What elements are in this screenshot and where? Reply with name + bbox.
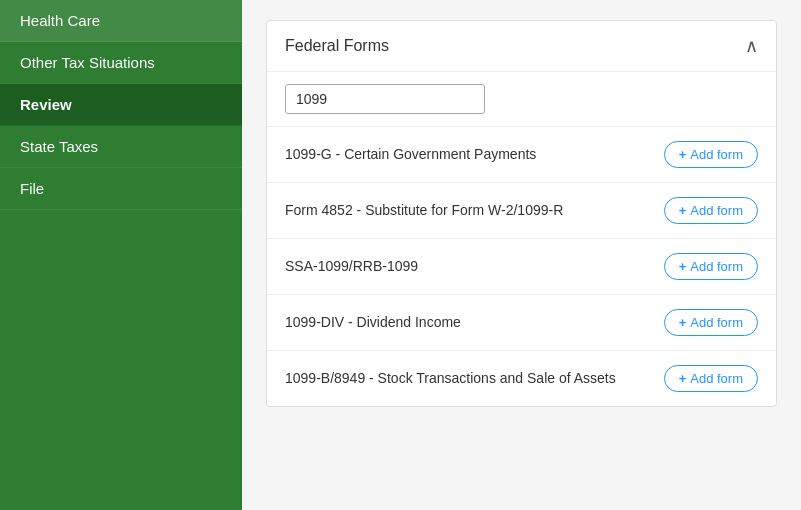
sidebar-item-other-tax-situations[interactable]: Other Tax Situations [0,42,242,84]
sidebar-item-state-taxes[interactable]: State Taxes [0,126,242,168]
form-item-1099-div: 1099-DIV - Dividend Income +Add form [267,295,776,351]
add-form-label: Add form [690,259,743,274]
form-item-1099-b: 1099-B/8949 - Stock Transactions and Sal… [267,351,776,406]
add-form-button-1099-b[interactable]: +Add form [664,365,758,392]
sidebar-item-review[interactable]: Review [0,84,242,126]
add-form-button-4852[interactable]: +Add form [664,197,758,224]
form-list: 1099-G - Certain Government Payments +Ad… [267,127,776,406]
search-container [267,72,776,127]
federal-forms-card: Federal Forms ∧ 1099-G - Certain Governm… [266,20,777,407]
sidebar: Health Care Other Tax Situations Review … [0,0,242,510]
sidebar-item-health-care[interactable]: Health Care [0,0,242,42]
plus-icon: + [679,147,687,162]
form-item-4852: Form 4852 - Substitute for Form W-2/1099… [267,183,776,239]
add-form-label: Add form [690,315,743,330]
add-form-label: Add form [690,147,743,162]
sidebar-item-label: Other Tax Situations [20,54,155,71]
sidebar-item-label: Health Care [20,12,100,29]
form-label: 1099-DIV - Dividend Income [285,313,461,333]
plus-icon: + [679,315,687,330]
add-form-label: Add form [690,203,743,218]
add-form-button-ssa-1099[interactable]: +Add form [664,253,758,280]
sidebar-item-file[interactable]: File [0,168,242,210]
form-label: SSA-1099/RRB-1099 [285,257,418,277]
form-label: 1099-G - Certain Government Payments [285,145,536,165]
form-item-1099-g: 1099-G - Certain Government Payments +Ad… [267,127,776,183]
add-form-button-1099-g[interactable]: +Add form [664,141,758,168]
add-form-button-1099-div[interactable]: +Add form [664,309,758,336]
main-content: Federal Forms ∧ 1099-G - Certain Governm… [242,0,801,510]
sidebar-item-label: File [20,180,44,197]
plus-icon: + [679,259,687,274]
card-title: Federal Forms [285,37,389,55]
card-header: Federal Forms ∧ [267,21,776,72]
sidebar-item-label: State Taxes [20,138,98,155]
form-label: 1099-B/8949 - Stock Transactions and Sal… [285,369,616,389]
plus-icon: + [679,203,687,218]
form-item-ssa-1099: SSA-1099/RRB-1099 +Add form [267,239,776,295]
search-input[interactable] [285,84,485,114]
add-form-label: Add form [690,371,743,386]
sidebar-item-label: Review [20,96,72,113]
form-label: Form 4852 - Substitute for Form W-2/1099… [285,201,563,221]
chevron-up-icon[interactable]: ∧ [745,35,758,57]
plus-icon: + [679,371,687,386]
